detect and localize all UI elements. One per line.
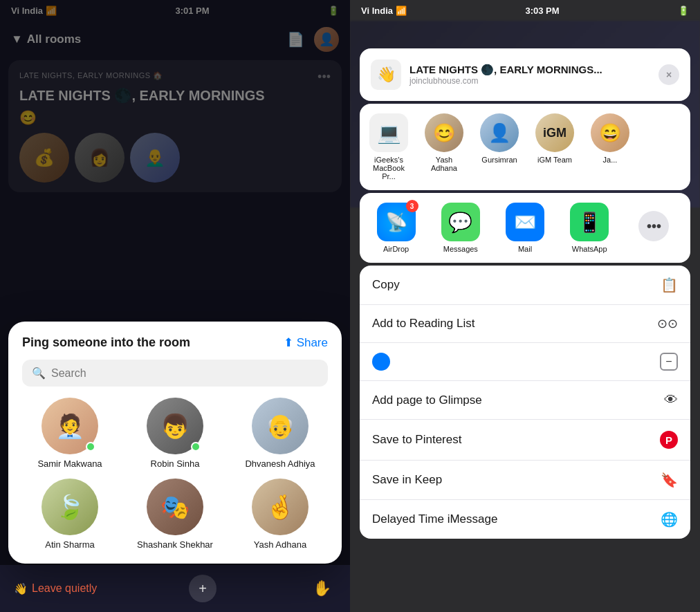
contact-name-samir: Samir Makwana	[37, 458, 102, 469]
app-more[interactable]: •••	[626, 211, 682, 245]
contact-name-atin: Atin Sharma	[45, 539, 95, 550]
share-clubhouse-icon: 👋	[371, 59, 401, 90]
share-url-info: 👋 LATE NIGHTS 🌑, EARLY MORNINGS... joinc…	[371, 59, 602, 90]
contact-avatar-shashank-wrap: 🎭	[147, 479, 203, 535]
contact-avatar-samir-wrap: 🧑‍💼	[42, 398, 98, 454]
contact-name-yash: Yash Adhana	[254, 539, 306, 550]
contact-samir[interactable]: 🧑‍💼 Samir Makwana	[22, 398, 118, 469]
share-header-card: 👋 LATE NIGHTS 🌑, EARLY MORNINGS... joinc…	[360, 48, 690, 101]
pinterest-icon: P	[660, 431, 678, 449]
action-keep-label: Save in Keep	[372, 473, 442, 487]
mail-icon: ✉️	[506, 203, 544, 241]
contact-avatar-dhvanesh: 👴	[252, 398, 308, 454]
messages-icon: 💬	[441, 203, 480, 241]
left-bottom-bar: 👋 Leave quietly + ✋	[0, 565, 350, 612]
plus-icon: +	[199, 581, 207, 597]
more-icon: •••	[638, 211, 669, 241]
recipient-igm[interactable]: iGM iGM Team	[533, 113, 577, 180]
share-title: LATE NIGHTS 🌑, EARLY MORNINGS...	[409, 64, 602, 76]
contact-robin[interactable]: 👦 Robin Sinha	[127, 398, 223, 469]
action-blue-dot: −	[360, 343, 690, 381]
action-reading-list[interactable]: Add to Reading List ⊙⊙	[360, 305, 690, 343]
share-subtitle: joinclubhouse.com	[409, 76, 602, 86]
share-icon: ⬆	[284, 335, 293, 350]
airdrop-badge: 3	[406, 200, 418, 212]
mail-label: Mail	[518, 245, 532, 253]
leave-button[interactable]: 👋 Leave quietly	[14, 582, 97, 595]
contact-avatar-shashank: 🎭	[147, 479, 203, 535]
recipient-name-ja: Ja...	[603, 156, 618, 164]
recipient-avatar-yash: 😊	[425, 113, 463, 152]
recipient-name-gursimran: Gursimran	[481, 156, 517, 164]
action-pinterest-label: Save to Pinterest	[372, 433, 461, 447]
contact-avatar-dhvanesh-wrap: 👴	[252, 398, 308, 454]
share-label: Share	[297, 336, 328, 350]
right-status-bar: Vi India 📶 3:03 PM 🔋	[350, 0, 700, 21]
copy-icon: 📋	[661, 277, 678, 293]
contact-name-dhvanesh: Dhvanesh Adhiya	[245, 458, 315, 469]
share-button[interactable]: ⬆ Share	[284, 335, 328, 350]
share-close-button[interactable]: ×	[658, 64, 679, 85]
left-panel: Vi India 📶 3:01 PM 🔋 ▼ All rooms 📄 👤 LAT…	[0, 0, 350, 612]
recipient-name-igm: iGM Team	[537, 156, 572, 164]
recipient-avatar-ja: 😄	[591, 113, 629, 152]
contact-shashank[interactable]: 🎭 Shashank Shekhar	[127, 479, 223, 550]
contact-avatar-yash: 🤞	[252, 479, 308, 535]
action-glimpse-label: Add page to Glimpse	[372, 393, 482, 407]
recipient-name-macbook: iGeeks's MacBook Pr...	[367, 156, 411, 180]
search-input[interactable]	[51, 367, 318, 380]
airdrop-icon: 📡 3	[377, 203, 416, 241]
whatsapp-icon: 📱	[570, 203, 609, 241]
right-carrier: Vi India	[361, 6, 393, 16]
recipient-avatar-igm: iGM	[535, 113, 574, 152]
search-icon: 🔍	[32, 367, 46, 380]
contact-yash[interactable]: 🤞 Yash Adhana	[232, 479, 328, 550]
contact-atin[interactable]: 🍃 Atin Sharma	[22, 479, 118, 550]
recipient-macbook[interactable]: 💻 iGeeks's MacBook Pr...	[367, 113, 411, 180]
action-keep[interactable]: Save in Keep 🔖	[360, 461, 690, 500]
recipients-scroll[interactable]: 💻 iGeeks's MacBook Pr... 😊 Yash Adhana 👤…	[360, 104, 690, 190]
app-mail[interactable]: ✉️ Mail	[497, 203, 553, 253]
recipient-gursimran[interactable]: 👤 Gursimran	[477, 113, 522, 180]
right-panel: Vi India 📶 3:03 PM 🔋 LATE NIGHTS, EARLY …	[350, 0, 700, 612]
ping-modal-header: Ping someone into the room ⬆ Share	[22, 335, 328, 350]
blue-dot-icon	[372, 353, 390, 371]
ping-title: Ping someone into the room	[22, 335, 190, 350]
app-airdrop[interactable]: 📡 3 AirDrop	[368, 203, 424, 253]
contact-avatar-atin-wrap: 🍃	[42, 479, 98, 535]
app-messages[interactable]: 💬 Messages	[432, 203, 488, 253]
wave-icon: 👋	[14, 582, 28, 595]
action-copy-label: Copy	[372, 278, 400, 292]
action-delayed-label: Delayed Time iMessage	[372, 512, 497, 526]
action-delayed-imessage[interactable]: Delayed Time iMessage 🌐	[360, 500, 690, 539]
glimpse-icon: 👁	[664, 392, 678, 408]
ping-modal: Ping someone into the room ⬆ Share 🔍 🧑‍💼…	[8, 322, 342, 564]
whatsapp-label: WhatsApp	[572, 245, 607, 253]
keep-icon: 🔖	[661, 472, 678, 488]
share-title-group: LATE NIGHTS 🌑, EARLY MORNINGS... joinclu…	[409, 64, 602, 86]
action-pinterest[interactable]: Save to Pinterest P	[360, 420, 690, 461]
right-wifi-icon: 📶	[396, 6, 407, 16]
online-dot-robin	[191, 442, 201, 452]
right-status-left: Vi India 📶	[361, 6, 407, 16]
recipient-ja[interactable]: 😄 Ja...	[588, 113, 632, 180]
add-button[interactable]: +	[189, 575, 217, 602]
hand-icon: ✋	[313, 579, 331, 597]
action-glimpse[interactable]: Add page to Glimpse 👁	[360, 381, 690, 420]
contact-name-robin: Robin Sinha	[151, 458, 200, 469]
recipient-avatar-gursimran: 👤	[480, 113, 519, 152]
contacts-grid: 🧑‍💼 Samir Makwana 👦 Robin Sinha	[22, 398, 328, 550]
recipient-yash[interactable]: 😊 Yash Adhana	[422, 113, 466, 180]
leave-label: Leave quietly	[32, 582, 97, 595]
action-reading-list-label: Add to Reading List	[372, 317, 475, 331]
raise-hand-button[interactable]: ✋	[308, 575, 336, 602]
contact-name-shashank: Shashank Shekhar	[137, 539, 213, 550]
action-copy[interactable]: Copy 📋	[360, 266, 690, 305]
contact-avatar-yash-wrap: 🤞	[252, 479, 308, 535]
app-whatsapp[interactable]: 📱 WhatsApp	[562, 203, 618, 253]
search-box[interactable]: 🔍	[22, 360, 328, 387]
contact-dhvanesh[interactable]: 👴 Dhvanesh Adhiya	[232, 398, 328, 469]
contact-avatar-atin: 🍃	[42, 479, 98, 535]
airdrop-label: AirDrop	[383, 245, 409, 253]
minus-box-icon: −	[660, 353, 678, 371]
